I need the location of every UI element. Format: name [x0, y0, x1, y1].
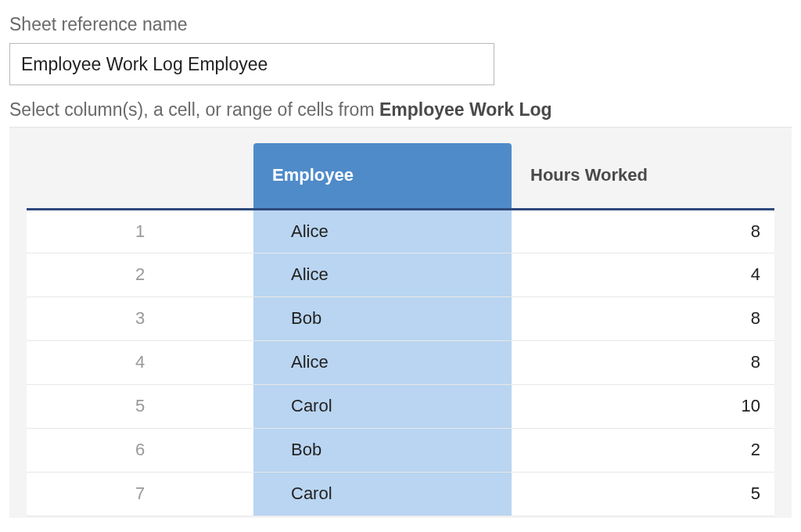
- table-row[interactable]: 3Bob8: [27, 297, 774, 340]
- column-header-employee[interactable]: Employee: [253, 143, 512, 209]
- column-header-hours[interactable]: Hours Worked: [512, 143, 774, 209]
- sheet-ref-label: Sheet reference name: [9, 14, 792, 35]
- row-number-cell[interactable]: 7: [27, 472, 253, 516]
- row-number-header[interactable]: [27, 143, 253, 209]
- employee-cell[interactable]: Bob: [253, 297, 512, 340]
- table-row[interactable]: 7Carol5: [27, 472, 774, 516]
- table-row[interactable]: 2Alice4: [27, 253, 774, 297]
- employee-cell[interactable]: Alice: [253, 253, 512, 297]
- table-row[interactable]: 6Bob2: [27, 428, 774, 472]
- row-number-cell[interactable]: 2: [27, 253, 253, 297]
- sheet-grid[interactable]: Employee Hours Worked 1Alice82Alice43Bob…: [9, 127, 792, 518]
- table-row[interactable]: 4Alice8: [27, 340, 774, 384]
- table-row[interactable]: 1Alice8: [27, 209, 774, 253]
- hours-cell[interactable]: 8: [512, 297, 774, 340]
- hours-cell[interactable]: 4: [512, 253, 774, 297]
- hours-cell[interactable]: 10: [512, 384, 774, 428]
- hours-cell[interactable]: 5: [512, 472, 774, 516]
- row-number-cell[interactable]: 3: [27, 297, 253, 340]
- select-instruction: Select column(s), a cell, or range of ce…: [9, 99, 792, 120]
- row-number-cell[interactable]: 5: [27, 384, 253, 428]
- employee-cell[interactable]: Carol: [253, 472, 512, 516]
- row-number-cell[interactable]: 6: [27, 428, 253, 472]
- table-row[interactable]: 5Carol10: [27, 384, 774, 428]
- sheet-ref-input[interactable]: [9, 43, 494, 85]
- select-instruction-sheet-name: Employee Work Log: [379, 99, 552, 120]
- hours-cell[interactable]: 8: [512, 209, 774, 253]
- hours-cell[interactable]: 2: [512, 428, 774, 472]
- employee-cell[interactable]: Alice: [253, 340, 512, 384]
- row-number-cell[interactable]: 4: [27, 340, 253, 384]
- select-instruction-prefix: Select column(s), a cell, or range of ce…: [9, 99, 379, 120]
- row-number-cell[interactable]: 1: [27, 209, 253, 253]
- employee-cell[interactable]: Carol: [253, 384, 512, 428]
- hours-cell[interactable]: 8: [512, 340, 774, 384]
- employee-cell[interactable]: Bob: [253, 428, 512, 472]
- employee-cell[interactable]: Alice: [253, 209, 512, 253]
